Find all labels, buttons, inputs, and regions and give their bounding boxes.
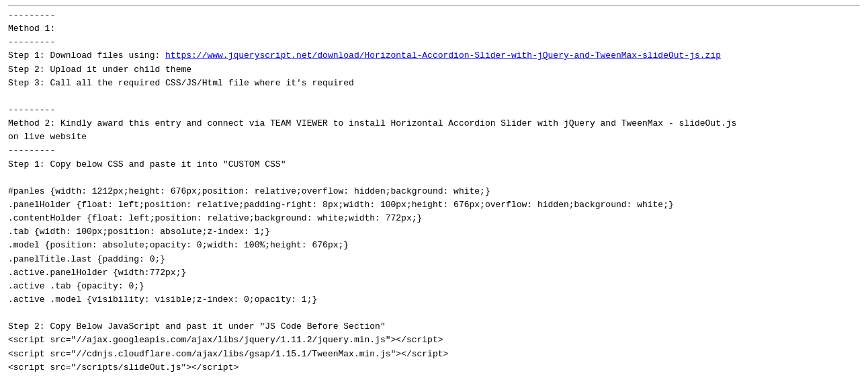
css-active-tab: .active .tab {opacity: 0;}: [8, 280, 860, 293]
css-active-model: .active .model {visibility: visible;z-in…: [8, 293, 860, 307]
method2-label: Method 2: Kindly award this entry and co…: [8, 117, 860, 130]
top-divider: [8, 5, 860, 6]
separator-line-4: ---------: [8, 144, 860, 157]
css-panles: #panles {width: 1212px;height: 676px;pos…: [8, 185, 860, 198]
blank-line-3: [8, 307, 860, 320]
css-panelholder: .panelHolder {float: left;position: rela…: [8, 198, 860, 212]
blank-line-1: [8, 90, 860, 104]
step2-js-label: Step 2: Copy Below JavaScript and past i…: [8, 320, 860, 334]
css-active-panelholder: .active.panelHolder {width:772px;}: [8, 266, 860, 280]
method1-label: Method 1:: [8, 22, 860, 36]
css-contentholder: .contentHolder {float: left;position: re…: [8, 212, 860, 225]
method2-cont: on live website: [8, 130, 860, 144]
blank-line-2: [8, 171, 860, 185]
step1-download: Step 1: Download files using: https://ww…: [8, 49, 860, 63]
blank-line-4: [8, 375, 860, 388]
content-area: --------- Method 1: --------- Step 1: Do…: [8, 5, 860, 390]
download-link[interactable]: https://www.jqueryscript.net/download/Ho…: [165, 50, 721, 61]
css-paneltitle-last: .panelTitle.last {padding: 0;}: [8, 253, 860, 266]
script-tweenmax: <script src="//cdnjs.cloudflare.com/ajax…: [8, 348, 860, 361]
css-model: .model {position: absolute;opacity: 0;wi…: [8, 239, 860, 252]
separator-line-1: ---------: [8, 9, 860, 22]
step3-call: Step 3: Call all the required CSS/JS/Htm…: [8, 77, 860, 90]
script-jquery: <script src="//ajax.googleapis.com/ajax/…: [8, 334, 860, 347]
step2-upload: Step 2: Upload it under child theme: [8, 63, 860, 77]
separator-line-2: ---------: [8, 36, 860, 49]
separator-line-3: ---------: [8, 104, 860, 117]
css-tab: .tab {width: 100px;position: absolute;z-…: [8, 225, 860, 239]
script-slideout: <script src="/scripts/slideOut.js"></scr…: [8, 361, 860, 375]
step1-css-label: Step 1: Copy below CSS and paste it into…: [8, 158, 860, 171]
